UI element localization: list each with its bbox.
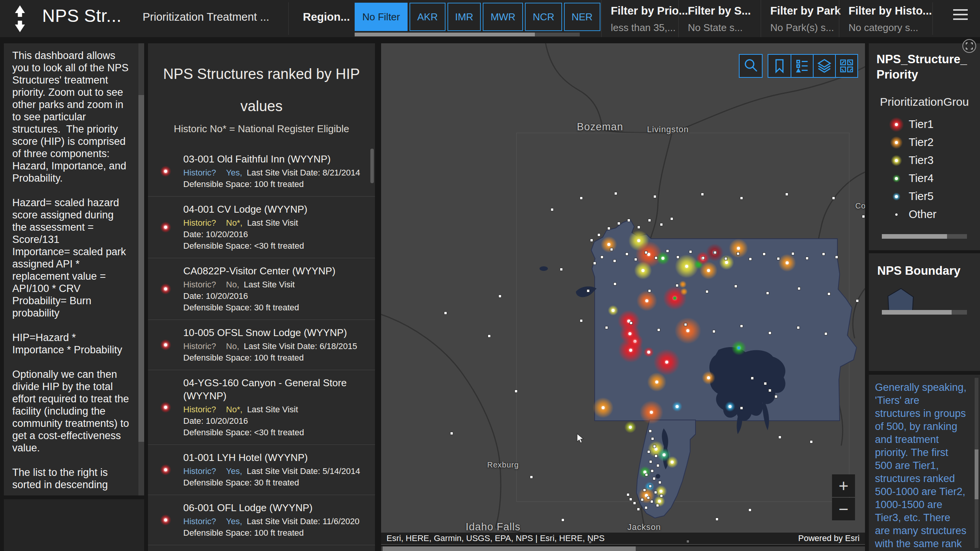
- priority-dot-icon: [148, 166, 183, 177]
- list-title-line1: NPS Structures ranked by HIP: [148, 58, 375, 90]
- city-label-cody: Cody: [855, 202, 865, 210]
- map-structure-point-orange[interactable]: [592, 397, 614, 418]
- map-scrollbar-thumb[interactable]: [383, 546, 636, 551]
- list-title-line2: values: [148, 90, 375, 122]
- historic-line: Historic?No*,Last Site Visit: [183, 217, 367, 229]
- map-structure-point-yellow[interactable]: [634, 261, 652, 280]
- search-button[interactable]: [739, 54, 763, 78]
- map-structure-point-orange[interactable]: [699, 261, 718, 280]
- visit-date-line2: Date: 10/20/2016: [183, 415, 367, 427]
- layers-button[interactable]: [813, 55, 835, 77]
- hamburger-menu-icon[interactable]: [953, 9, 968, 23]
- map-structure-point-orange2[interactable]: [674, 317, 702, 344]
- region-button-ner[interactable]: NER: [564, 3, 600, 31]
- bookmarks-button[interactable]: [768, 55, 791, 77]
- map-structure-point-orange[interactable]: [600, 236, 617, 253]
- map-structure-point-orange[interactable]: [778, 254, 796, 272]
- defensible-space: Defensible Space: 100 ft treated: [183, 179, 367, 190]
- map-structure-marker: [654, 256, 658, 259]
- filter-dropdown-0[interactable]: Filter by Prio...less than 35,...: [601, 0, 678, 37]
- map-structure-point-green[interactable]: [639, 466, 651, 478]
- map-structure-point-blue[interactable]: [725, 401, 735, 412]
- historic-value: No,: [226, 341, 239, 351]
- map-structure-point-yellow[interactable]: [666, 456, 678, 468]
- legend-scrollbar[interactable]: [882, 234, 967, 239]
- map-structure-marker: [627, 219, 630, 222]
- attribution-text: Esri, HERE, Garmin, USGS, EPA, NPS | Esr…: [386, 533, 605, 543]
- description-scrollbar-thumb[interactable]: [138, 95, 144, 442]
- legend-tier-tier3: Tier3: [869, 151, 980, 169]
- map-structure-marker: [643, 489, 646, 492]
- visit-date-line2: Date: 10/20/2016: [183, 290, 367, 302]
- list-item[interactable]: CA0822P-Visitor Center (WYYNP) Historic?…: [148, 258, 375, 320]
- list-item[interactable]: 04-001 CV Lodge (WYYNP) Historic?No*,Las…: [148, 196, 375, 258]
- map-structure-point-yellowgreen[interactable]: [624, 421, 636, 433]
- legend-scrollbar-thumb[interactable]: [882, 234, 947, 239]
- region-scrollbar[interactable]: [355, 33, 580, 36]
- map-structure-point-orange[interactable]: [702, 371, 715, 385]
- region-scrollbar-thumb[interactable]: [355, 33, 535, 36]
- note-scrollbar-thumb[interactable]: [975, 449, 978, 499]
- list-item[interactable]: 10-005 OFSL Snow Lodge (WYYNP) Historic?…: [148, 320, 375, 370]
- structure-list: 03-001 Old Faithful Inn (WYYNP) Historic…: [148, 146, 375, 551]
- list-item[interactable]: 04-YGS-160 Canyon - General Store (WYYNP…: [148, 370, 375, 444]
- map-structure-marker: [654, 491, 657, 494]
- map-structure-point-yellow[interactable]: [654, 495, 665, 507]
- legend-button[interactable]: [791, 55, 813, 77]
- empty-panel: [4, 499, 144, 551]
- region-button-imr[interactable]: IMR: [447, 3, 481, 31]
- map-structure-point-orange[interactable]: [728, 238, 748, 258]
- map-structure-marker: [763, 253, 766, 256]
- basemap-button[interactable]: [835, 55, 857, 77]
- list-item[interactable]: 03-YGS-102 Old Faithful - Upper Store (W…: [148, 545, 375, 551]
- list-item[interactable]: 01-001 LYH Hotel (WYYNP) Historic?Yes,La…: [148, 444, 375, 495]
- map-structure-point-orange2[interactable]: [639, 400, 664, 425]
- region-button-no-filter[interactable]: No Filter: [355, 3, 408, 31]
- map-structure-point-orange[interactable]: [680, 288, 688, 295]
- map-panel[interactable]: BozemanLivingstonRexburgIdaho FallsJacks…: [381, 43, 865, 545]
- filter-dropdown-3[interactable]: Filter by Histo...No category s...: [839, 0, 932, 37]
- list-item[interactable]: 06-001 OFL Lodge (WYYNP) Historic?Yes,La…: [148, 495, 375, 545]
- visit-date: Last Site Visit Date: 5/14/2014: [247, 466, 360, 476]
- tier-label: Other: [909, 208, 937, 221]
- list-item[interactable]: 03-001 Old Faithful Inn (WYYNP) Historic…: [148, 146, 375, 196]
- drag-handle-icon[interactable]: [9, 4, 31, 34]
- map-structure-marker: [645, 473, 648, 476]
- map-structure-marker: [768, 331, 771, 335]
- map-structure-point-orange[interactable]: [679, 280, 687, 288]
- region-button-akr[interactable]: AKR: [409, 3, 445, 31]
- map-structure-point-red[interactable]: [618, 337, 644, 363]
- filter-dropdown-2[interactable]: Filter by ParkNo Park(s) s...: [761, 0, 839, 37]
- map-structure-point-orange[interactable]: [647, 372, 667, 392]
- map-structure-point-red[interactable]: [643, 347, 654, 357]
- map-structure-point-yellow[interactable]: [608, 305, 618, 316]
- tier-label: Tier2: [909, 136, 934, 149]
- historic-label: Historic?: [183, 341, 216, 351]
- map-structure-marker: [600, 256, 603, 259]
- filter-dropdown-1[interactable]: Filter by S...No State s...: [678, 0, 761, 37]
- tiers-note-panel: Generally speaking, 'Tiers' are structur…: [869, 375, 980, 551]
- region-button-ncr[interactable]: NCR: [525, 3, 562, 31]
- map-structure-point-green[interactable]: [731, 340, 747, 356]
- region-button-mwr[interactable]: MWR: [483, 3, 523, 31]
- legend-tier-other: Other: [869, 205, 980, 223]
- list-scrollbar-thumb[interactable]: [370, 149, 374, 183]
- map-structure-point-green[interactable]: [656, 251, 670, 265]
- zoom-out-button[interactable]: −: [832, 498, 855, 520]
- boundary-scrollbar-thumb[interactable]: [882, 310, 952, 315]
- filter-label: Filter by Histo...: [848, 5, 932, 17]
- map-structure-marker: [660, 223, 663, 226]
- map-structure-marker: [630, 321, 633, 325]
- boundary-scrollbar[interactable]: [882, 310, 967, 315]
- map-structure-marker: [649, 460, 652, 463]
- description-scrollbar[interactable]: [138, 43, 144, 495]
- map-structure-point-orange2[interactable]: [636, 290, 658, 312]
- zoom-in-button[interactable]: +: [832, 474, 855, 497]
- header-divider: [932, 2, 933, 35]
- map-structure-marker: [653, 195, 656, 198]
- map-structure-point-blue[interactable]: [672, 401, 682, 412]
- map-structure-marker: [649, 485, 652, 488]
- map-structure-marker: [450, 432, 453, 435]
- map-scrollbar[interactable]: [381, 546, 865, 551]
- expand-panel-icon[interactable]: [962, 38, 977, 54]
